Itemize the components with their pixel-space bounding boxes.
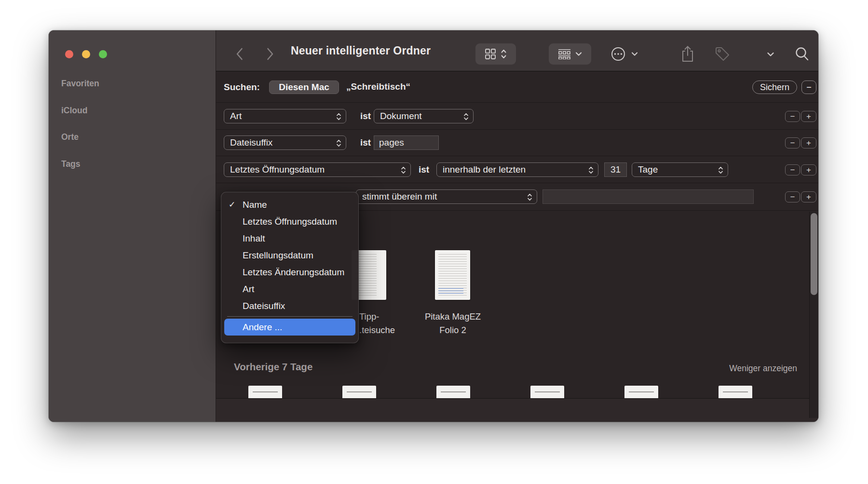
document-preview-lines [347, 391, 372, 392]
operator-popup[interactable]: innerhalb der letzten [436, 162, 598, 177]
popup-value: Tage [638, 164, 658, 175]
document-preview-lines [253, 391, 278, 392]
sidebar: Favoriten iCloud Orte Tags [49, 30, 216, 422]
remove-search-button[interactable]: − [801, 81, 816, 94]
minimize-window-button[interactable] [82, 50, 90, 58]
search-button[interactable] [794, 43, 810, 65]
file-thumbnail-partial[interactable] [624, 386, 658, 398]
menu-item-label: Erstellungsdatum [243, 250, 313, 261]
share-button[interactable] [680, 43, 695, 65]
menu-item-letztes-aenderungsdatum[interactable]: Letztes Änderungsdatum [221, 264, 358, 281]
tags-button[interactable] [714, 43, 731, 65]
popup-value: Letztes Öffnungsdatum [230, 164, 325, 175]
up-down-chevrons-icon [463, 112, 469, 121]
document-preview-lines [535, 391, 560, 392]
add-criterion-button[interactable]: + [801, 111, 816, 122]
scope-schreibtisch[interactable]: „Schreibtisch“ [346, 81, 410, 92]
popup-value: stimmt überein mit [362, 191, 437, 202]
chevron-down-icon [631, 52, 638, 56]
remove-criterion-button[interactable]: − [785, 191, 800, 202]
file-thumbnail-partial[interactable] [530, 386, 564, 398]
file-thumbnail-partial[interactable] [342, 386, 376, 398]
add-criterion-button[interactable]: + [801, 191, 816, 202]
show-less-link[interactable]: Weniger anzeigen [718, 363, 797, 374]
file-thumbnail-partial[interactable] [436, 386, 470, 398]
menu-item-label: Name [243, 200, 267, 210]
chevron-down-icon [575, 52, 582, 56]
popup-value: Art [230, 111, 242, 121]
scrollbar-track[interactable] [809, 212, 818, 418]
menu-item-letztes-oeffnungsdatum[interactable]: Letztes Öffnungsdatum [221, 213, 358, 230]
magnifier-icon [794, 46, 810, 62]
actions-menu-button[interactable] [609, 43, 638, 65]
up-down-chevrons-icon [588, 166, 594, 175]
grid-view-icon [485, 48, 496, 60]
remove-criterion-button[interactable]: − [785, 164, 800, 175]
toolbar-overflow-button[interactable] [767, 43, 774, 65]
file-name[interactable]: Pitaka MagEZ Folio 2 [414, 310, 492, 337]
menu-item-label: Letztes Öffnungsdatum [243, 216, 337, 227]
amount-input[interactable]: 31 [604, 162, 627, 177]
sidebar-section-tags[interactable]: Tags [61, 159, 81, 169]
close-window-button[interactable] [65, 50, 73, 58]
remove-criterion-button[interactable]: − [785, 111, 800, 122]
content-bottom-band [216, 398, 818, 422]
file-name-line: .teisuche [359, 323, 417, 337]
sidebar-section-favoriten[interactable]: Favoriten [61, 79, 99, 89]
attribute-popup[interactable]: Letztes Öffnungsdatum [224, 162, 411, 177]
add-criterion-button[interactable]: + [801, 164, 816, 175]
search-scope-row: Suchen: Diesen Mac „Schreibtisch“ Sicher… [216, 71, 818, 103]
add-criterion-button[interactable]: + [801, 137, 816, 148]
attribute-popup[interactable]: Dateisuffix [224, 135, 346, 150]
view-mode-button[interactable] [475, 43, 516, 65]
document-preview-lines [441, 391, 466, 392]
criteria-row-art: Art ist Dokument − + [216, 103, 818, 130]
remove-criterion-button[interactable]: − [785, 137, 800, 148]
suffix-input[interactable]: pages [374, 135, 439, 150]
up-down-chevrons-icon [501, 48, 507, 60]
up-down-chevrons-icon [336, 139, 341, 148]
checkmark-icon: ✓ [229, 200, 235, 210]
menu-item-andere[interactable]: Andere ... [224, 319, 355, 336]
value-input[interactable] [542, 189, 754, 204]
document-preview-links [438, 288, 463, 295]
file-thumbnail[interactable] [435, 250, 470, 300]
chevron-down-icon [767, 52, 774, 57]
back-icon[interactable] [231, 45, 248, 63]
value-popup[interactable]: Dokument [374, 109, 474, 123]
save-button[interactable]: Sichern [752, 81, 797, 94]
menu-item-art[interactable]: Art [221, 281, 358, 297]
document-preview-lines [629, 391, 654, 392]
scrollbar-thumb[interactable] [811, 213, 817, 295]
sidebar-section-orte[interactable]: Orte [61, 132, 79, 142]
criteria-row-dateisuffix: Dateisuffix ist pages − + [216, 130, 818, 156]
group-by-button[interactable] [549, 43, 591, 65]
scope-diesen-mac[interactable]: Diesen Mac [269, 81, 339, 94]
menu-separator [227, 316, 353, 317]
menu-item-label: Dateisuffix [243, 301, 285, 311]
up-down-chevrons-icon [718, 166, 723, 175]
attribute-popup[interactable]: Art [224, 109, 346, 123]
menu-item-label: Letztes Änderungsdatum [243, 267, 344, 278]
finder-window: Favoriten iCloud Orte Tags Neuer intelli… [49, 30, 818, 422]
popup-value: Dokument [380, 111, 422, 121]
group-by-icon [558, 49, 571, 59]
menu-item-inhalt[interactable]: Inhalt [221, 230, 358, 247]
forward-icon[interactable] [261, 45, 279, 63]
toolbar: Neuer intelligenter Ordner [216, 30, 818, 71]
menu-item-name[interactable]: ✓ Name [221, 196, 358, 213]
popup-value: innerhalb der letzten [443, 164, 526, 175]
menu-item-dateisuffix[interactable]: Dateisuffix [221, 297, 358, 314]
menu-item-erstellungsdatum[interactable]: Erstellungsdatum [221, 247, 358, 264]
unit-popup[interactable]: Tage [632, 162, 728, 177]
zoom-window-button[interactable] [99, 50, 107, 58]
popup-value: Dateisuffix [230, 137, 272, 148]
file-thumbnail-partial[interactable] [248, 386, 282, 398]
window-controls [65, 50, 107, 58]
file-thumbnail-partial[interactable] [719, 386, 752, 398]
file-name[interactable]: Tipp- .teisuche [359, 310, 417, 337]
search-label: Suchen: [224, 82, 260, 93]
menu-item-label: Art [243, 284, 254, 295]
sidebar-section-icloud[interactable]: iCloud [61, 106, 87, 116]
operator-popup[interactable]: stimmt überein mit [356, 189, 537, 204]
